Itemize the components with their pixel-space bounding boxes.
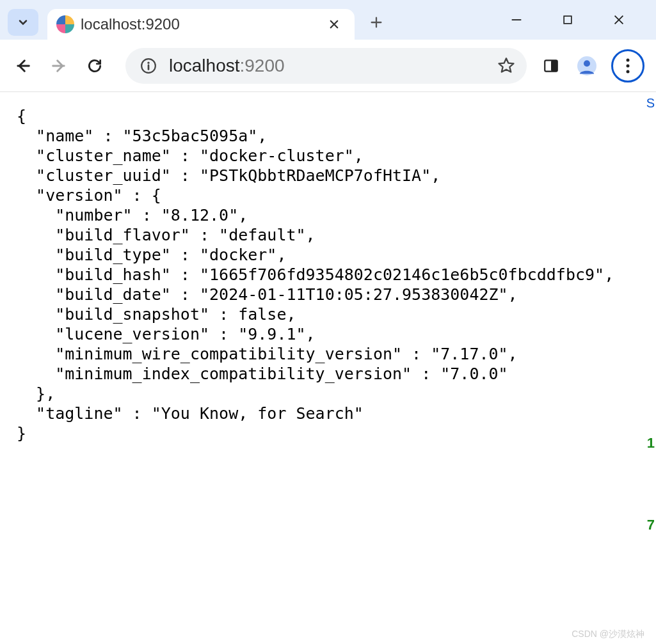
new-tab-button[interactable] [365, 11, 388, 34]
nav-back-button[interactable] [12, 54, 35, 77]
window-maximize-button[interactable] [556, 8, 579, 31]
browser-tab-active[interactable]: localhost:9200 [47, 9, 355, 40]
svg-rect-4 [551, 60, 557, 71]
side-panel-button[interactable] [540, 54, 563, 77]
tab-title: localhost:9200 [81, 15, 316, 33]
bleed-char: 1 [647, 435, 655, 452]
address-host: localhost [169, 56, 240, 76]
svg-point-8 [627, 64, 630, 67]
bookmark-button[interactable] [495, 54, 518, 77]
browser-menu-button[interactable] [611, 49, 644, 82]
more-vertical-icon [625, 58, 630, 74]
address-bar[interactable]: localhost:9200 [125, 48, 527, 84]
profile-button[interactable] [575, 54, 598, 77]
browser-toolbar: localhost:9200 [0, 40, 656, 92]
watermark-text: CSDN @沙漠炫神 [572, 629, 644, 640]
side-panel-icon [543, 58, 559, 74]
address-port: :9200 [240, 56, 285, 76]
window-close-button[interactable] [607, 8, 630, 31]
page-content: { "name" : "53c5bac5095a", "cluster_name… [0, 92, 656, 644]
bleed-char: S [646, 96, 655, 111]
minimize-icon [509, 13, 524, 27]
site-info-button[interactable] [137, 54, 160, 77]
close-icon [328, 19, 340, 30]
window-minimize-button[interactable] [505, 8, 528, 31]
tab-search-button[interactable] [8, 9, 38, 36]
chevron-down-icon [17, 16, 29, 29]
bleed-char: 7 [647, 517, 655, 533]
tab-strip: localhost:9200 [0, 0, 656, 40]
close-icon [612, 13, 626, 27]
svg-point-2 [147, 61, 149, 63]
nav-reload-button[interactable] [83, 54, 106, 77]
response-json-body[interactable]: { "name" : "53c5bac5095a", "cluster_name… [17, 106, 639, 443]
svg-point-9 [627, 70, 630, 73]
arrow-right-icon [50, 57, 68, 75]
maximize-icon [561, 13, 574, 26]
info-icon [140, 58, 157, 74]
arrow-left-icon [14, 57, 32, 75]
plus-icon [369, 15, 383, 29]
svg-rect-0 [564, 16, 572, 24]
tab-close-button[interactable] [323, 13, 346, 36]
window-controls [505, 0, 656, 40]
svg-point-7 [627, 58, 630, 61]
user-icon [577, 56, 596, 75]
reload-icon [86, 58, 103, 74]
nav-forward-button[interactable] [47, 54, 70, 77]
site-favicon-icon [56, 15, 74, 33]
star-icon [497, 57, 515, 75]
address-text: localhost:9200 [169, 56, 285, 76]
svg-point-6 [584, 60, 590, 67]
